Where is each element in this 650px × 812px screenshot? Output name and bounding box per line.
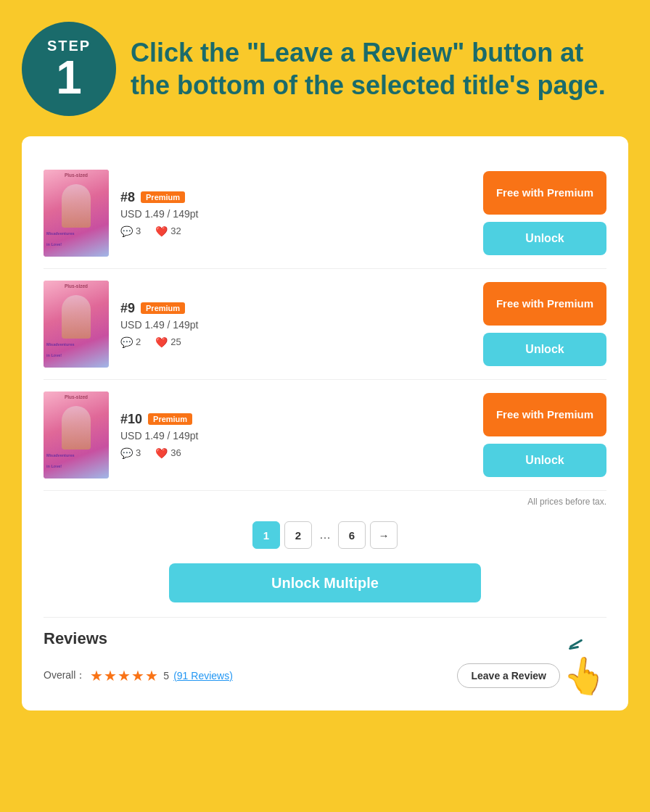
- pagination: 1 2 … 6 →: [44, 521, 606, 549]
- review-rating: 5: [163, 670, 169, 682]
- step-number: 1: [56, 54, 82, 101]
- tax-note: All prices before tax.: [44, 497, 606, 507]
- manga-buttons-9: Free with Premium Unlock: [483, 282, 606, 366]
- step-circle: STEP 1: [22, 22, 116, 116]
- like-num-10: 36: [170, 447, 181, 458]
- manga-buttons-10: Free with Premium Unlock: [483, 393, 606, 477]
- unlock-button-8[interactable]: Unlock: [483, 222, 606, 255]
- unlock-button-9[interactable]: Unlock: [483, 333, 606, 366]
- comment-icon-8: 💬: [120, 225, 133, 237]
- manga-price-9: USD 1.49 / 149pt: [120, 319, 472, 331]
- page-button-1[interactable]: 1: [252, 521, 280, 549]
- reviews-overall-left: Overall： ★★★★★ 5 (91 Reviews): [44, 667, 233, 684]
- hand-cursor-icon: 👆: [560, 652, 610, 700]
- free-with-premium-button-9[interactable]: Free with Premium: [483, 282, 606, 326]
- like-num-9: 25: [170, 336, 181, 347]
- manga-cover-img-10: Plus-sized Misadventures in Love!: [44, 392, 109, 478]
- instruction-text: Click the "Leave a Review" button at the…: [131, 36, 628, 102]
- comment-count-10: 💬 3: [120, 447, 141, 459]
- free-with-premium-button-10[interactable]: Free with Premium: [483, 393, 606, 436]
- manga-meta-9: 💬 2 ❤️ 25: [120, 336, 472, 348]
- heart-icon-9: ❤️: [155, 336, 168, 348]
- manga-cover-img-8: Plus-sized Misadventures in Love!: [44, 170, 109, 257]
- leave-review-wrapper: Leave a Review 👆: [457, 655, 606, 696]
- reviews-section: Reviews Overall： ★★★★★ 5 (91 Reviews) Le…: [44, 617, 606, 696]
- heart-icon-10: ❤️: [155, 447, 168, 459]
- page-button-6[interactable]: 6: [338, 521, 366, 549]
- comment-count-9: 💬 2: [120, 336, 141, 348]
- manga-number-10: #10: [120, 412, 142, 427]
- manga-info-8: #8 Premium USD 1.49 / 149pt 💬 3 ❤️ 32: [120, 190, 472, 237]
- manga-buttons-8: Free with Premium Unlock: [483, 171, 606, 255]
- unlock-multiple-button[interactable]: Unlock Multiple: [169, 563, 481, 602]
- comment-count-8: 💬 3: [120, 225, 141, 237]
- like-num-8: 32: [170, 225, 181, 236]
- manga-cover-8: Plus-sized Misadventures in Love!: [44, 170, 109, 257]
- comment-num-8: 3: [136, 225, 141, 236]
- manga-row-8: Plus-sized Misadventures in Love! #8 Pre…: [44, 158, 606, 269]
- manga-price-10: USD 1.49 / 149pt: [120, 430, 472, 442]
- header: STEP 1 Click the "Leave a Review" button…: [22, 22, 628, 116]
- comment-num-10: 3: [136, 447, 141, 458]
- premium-badge-9: Premium: [141, 302, 185, 314]
- manga-number-9: #9: [120, 301, 135, 316]
- spark-lines: [569, 642, 583, 649]
- manga-number-row-9: #9 Premium: [120, 301, 472, 316]
- comment-icon-10: 💬: [120, 447, 133, 459]
- stars-display: ★★★★★: [90, 667, 159, 684]
- manga-cover-10: Plus-sized Misadventures in Love!: [44, 392, 109, 478]
- manga-price-8: USD 1.49 / 149pt: [120, 208, 472, 220]
- main-card: Plus-sized Misadventures in Love! #8 Pre…: [22, 136, 628, 710]
- like-count-9: ❤️ 25: [155, 336, 181, 348]
- manga-cover-img-9: Plus-sized Misadventures in Love!: [44, 281, 109, 368]
- overall-label: Overall：: [44, 669, 86, 682]
- manga-cover-9: Plus-sized Misadventures in Love!: [44, 281, 109, 368]
- premium-badge-8: Premium: [141, 191, 185, 203]
- like-count-8: ❤️ 32: [155, 225, 181, 237]
- manga-number-row-10: #10 Premium: [120, 412, 472, 427]
- free-with-premium-button-8[interactable]: Free with Premium: [483, 171, 606, 215]
- manga-number-8: #8: [120, 190, 135, 205]
- reviews-overall: Overall： ★★★★★ 5 (91 Reviews) Leave a Re…: [44, 655, 606, 696]
- page-next-button[interactable]: →: [370, 521, 398, 549]
- leave-review-button[interactable]: Leave a Review: [457, 663, 560, 688]
- like-count-10: ❤️ 36: [155, 447, 181, 459]
- review-count-link[interactable]: (91 Reviews): [173, 670, 233, 682]
- manga-meta-10: 💬 3 ❤️ 36: [120, 447, 472, 459]
- comment-icon-9: 💬: [120, 336, 133, 348]
- comment-num-9: 2: [136, 336, 141, 347]
- page-dots: …: [316, 529, 334, 542]
- page-button-2[interactable]: 2: [284, 521, 312, 549]
- manga-row-9: Plus-sized Misadventures in Love! #9 Pre…: [44, 269, 606, 380]
- reviews-title: Reviews: [44, 629, 606, 648]
- hand-pointer-decoration: 👆: [563, 655, 606, 696]
- heart-icon-8: ❤️: [155, 225, 168, 237]
- manga-number-row-8: #8 Premium: [120, 190, 472, 205]
- manga-meta-8: 💬 3 ❤️ 32: [120, 225, 472, 237]
- manga-info-9: #9 Premium USD 1.49 / 149pt 💬 2 ❤️ 25: [120, 301, 472, 348]
- unlock-button-10[interactable]: Unlock: [483, 444, 606, 477]
- premium-badge-10: Premium: [148, 413, 192, 425]
- manga-row-10: Plus-sized Misadventures in Love! #10 Pr…: [44, 380, 606, 491]
- manga-info-10: #10 Premium USD 1.49 / 149pt 💬 3 ❤️ 36: [120, 412, 472, 459]
